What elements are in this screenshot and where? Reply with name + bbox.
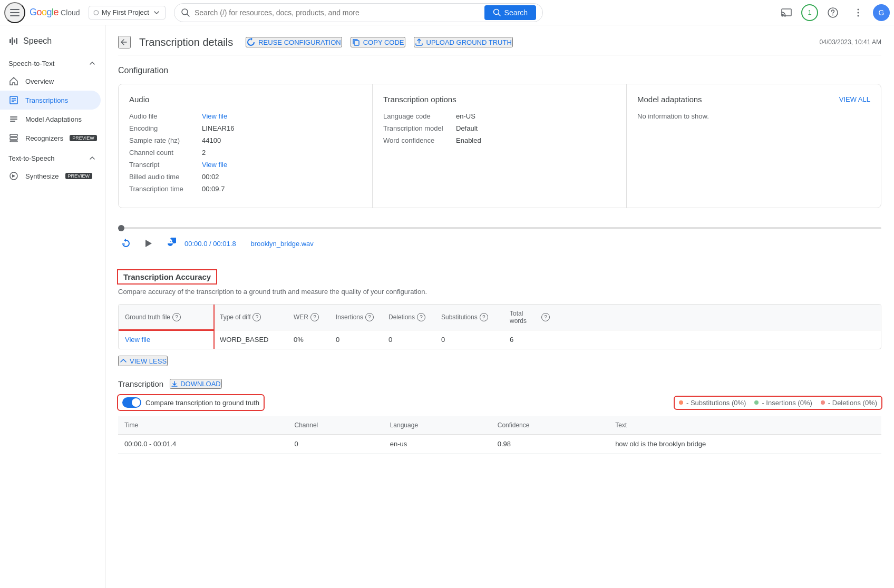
project-selector[interactable]: ⬡ My First Project (89, 6, 166, 19)
transcript-table: Time Channel Language Confidence Text 00… (118, 416, 881, 454)
insertions-dot (754, 400, 759, 405)
accuracy-table: Ground truth file ? Type of diff ? WER ?… (118, 304, 881, 349)
google-cloud-logo: Google Cloud (30, 7, 80, 18)
search-icon (181, 8, 190, 17)
back-button[interactable] (118, 36, 131, 48)
transcription-header: Transcription DOWNLOAD (118, 379, 881, 389)
encoding-row: Encoding LINEAR16 (129, 124, 362, 132)
search-container: Search (174, 3, 543, 22)
view-less-button[interactable]: VIEW LESS (118, 356, 168, 366)
th-confidence: Confidence (491, 416, 609, 435)
audio-file-link[interactable]: View file (202, 112, 227, 120)
transcript-table-head: Time Channel Language Confidence Text (118, 416, 881, 435)
svg-line-4 (187, 14, 189, 16)
copy-icon (352, 38, 360, 46)
search-button[interactable]: Search (484, 5, 536, 20)
recognizers-icon (8, 133, 19, 143)
audio-slider-thumb[interactable] (118, 225, 124, 231)
transcription-options-title: Transcription options (383, 95, 616, 104)
language-code-label: Language code (383, 112, 452, 120)
insertions-legend-label: - Insertions (0%) (762, 399, 812, 407)
transcription-options-card: Transcription options Language code en-U… (373, 84, 627, 208)
th-wer: WER ? (287, 305, 329, 330)
reuse-config-button[interactable]: REUSE CONFIGURATION (246, 37, 342, 47)
toggle-thumb (132, 398, 140, 407)
td-substitutions: 0 (435, 330, 503, 349)
wer-help-icon[interactable]: ? (310, 313, 319, 321)
total-words-help-icon[interactable]: ? (541, 313, 550, 321)
copy-code-button[interactable]: COPY CODE (351, 37, 405, 47)
app-name: Speech (23, 36, 52, 46)
legend-insertions: - Insertions (0%) (754, 399, 812, 407)
audio-progress-bar[interactable] (118, 227, 881, 229)
th-ground-truth-label: Ground truth file (125, 313, 170, 321)
compare-toggle-container: Compare transcription to ground truth (118, 395, 264, 410)
svg-text:5: 5 (123, 242, 125, 246)
ground-truth-help-icon[interactable]: ? (172, 313, 181, 321)
audio-file-link[interactable]: brooklyn_bridge.wav (251, 240, 314, 248)
section-header-text-to-speech[interactable]: Text-to-Speech (0, 150, 105, 166)
sidebar-item-overview[interactable]: Overview (0, 72, 101, 91)
download-button[interactable]: DOWNLOAD (170, 379, 222, 389)
transcription-time-value: 00:09.7 (202, 185, 225, 193)
config-cards: Audio Audio file View file Encoding LINE… (118, 84, 881, 208)
cloud-text: Cloud (61, 8, 80, 17)
substitutions-legend-label: - Substitutions (0%) (686, 399, 746, 407)
sidebar-item-model-adaptations[interactable]: Model Adaptations (0, 110, 101, 129)
ground-truth-file-link[interactable]: View file (125, 336, 150, 344)
transcript-label: Transcript (129, 161, 198, 169)
search-btn-label: Search (504, 8, 528, 17)
transcription-model-row: Transcription model Default (383, 124, 616, 132)
cast-icon-btn[interactable] (776, 2, 797, 23)
help-icon-btn[interactable] (822, 2, 843, 23)
row-confidence: 0.98 (491, 435, 609, 454)
notification-badge[interactable]: 1 (801, 4, 818, 21)
fast-forward-button[interactable] (162, 236, 178, 251)
td-insertions: 0 (329, 330, 382, 349)
transcription-time-row: Transcription time 00:09.7 (129, 185, 362, 193)
no-info-text: No information to show. (637, 112, 709, 120)
sidebar-item-synthesize[interactable]: Synthesize PREVIEW (0, 166, 101, 185)
substitutions-help-icon[interactable]: ? (480, 313, 488, 321)
audio-file-label: Audio file (129, 112, 198, 120)
chevron-down-icon (152, 8, 161, 17)
section-header-speech-to-text[interactable]: Speech-to-Text (0, 55, 105, 72)
svg-rect-22 (10, 116, 17, 117)
app-header: Speech (0, 30, 105, 53)
upload-ground-truth-button[interactable]: UPLOAD GROUND TRUTH (414, 37, 513, 47)
svg-point-10 (832, 14, 833, 15)
back-arrow-icon (119, 37, 130, 47)
compare-row: Compare transcription to ground truth - … (118, 395, 881, 410)
search-input[interactable] (195, 8, 480, 17)
rewind-button[interactable]: 5 (118, 236, 134, 251)
deletions-help-icon[interactable]: ? (417, 313, 425, 321)
play-button[interactable] (140, 236, 156, 251)
svg-rect-14 (9, 39, 11, 43)
download-icon (171, 380, 178, 388)
upload-icon (415, 38, 423, 46)
th-time: Time (118, 416, 288, 435)
encoding-label: Encoding (129, 124, 198, 132)
more-options-btn[interactable] (848, 2, 869, 23)
sidebar-item-transcriptions[interactable]: Transcriptions (0, 91, 101, 110)
transcript-link[interactable]: View file (202, 161, 227, 169)
transcription-time-label: Transcription time (129, 185, 198, 193)
word-confidence-value: Enabled (456, 136, 481, 144)
type-of-diff-help-icon[interactable]: ? (252, 313, 261, 321)
sidebar-item-recognizers[interactable]: Recognizers PREVIEW (0, 129, 101, 148)
audio-player: 5 00:00.0 / 00:01.8 (118, 221, 881, 258)
view-less-label: VIEW LESS (130, 357, 167, 365)
svg-rect-1 (10, 12, 20, 13)
th-text: Text (609, 416, 881, 435)
row-channel: 0 (288, 435, 384, 454)
compare-toggle[interactable] (122, 397, 141, 408)
svg-rect-26 (10, 138, 17, 140)
menu-button[interactable] (4, 2, 25, 23)
th-insertions-label: Insertions (336, 313, 363, 321)
td-wer: 0% (287, 330, 329, 349)
svg-point-11 (858, 8, 859, 10)
avatar[interactable]: G (873, 4, 890, 21)
insertions-help-icon[interactable]: ? (365, 313, 374, 321)
th-type-of-diff-label: Type of diff (220, 313, 250, 321)
view-all-link[interactable]: VIEW ALL (839, 95, 870, 103)
